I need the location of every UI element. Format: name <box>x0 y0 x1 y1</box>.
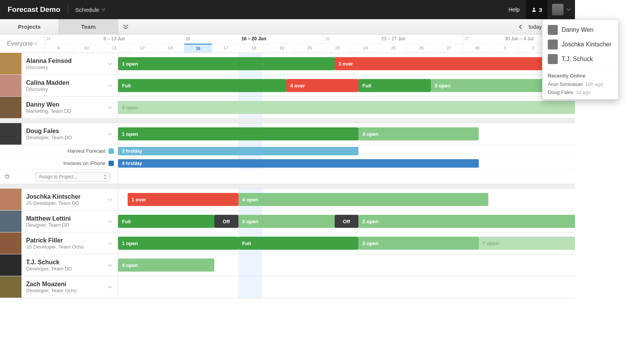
online-user-name: Joschka Kintscher <box>562 41 575 48</box>
chevron-down-icon[interactable] <box>108 286 118 288</box>
avatar <box>0 232 21 254</box>
day-header[interactable]: 24 <box>352 44 380 53</box>
allocation-bar[interactable]: 4 open <box>238 193 488 206</box>
person-row: T.J. SchuckDeveloper, Team DD4 open <box>0 254 575 276</box>
online-user-name: Danny Wen <box>562 26 575 33</box>
allocation-bar[interactable]: Off <box>335 215 359 228</box>
schedule-menu[interactable]: Schedule <box>68 7 112 13</box>
assignment-row: Invoices on iPhone4 hrs/day <box>0 157 575 170</box>
chevron-down-icon[interactable] <box>108 198 118 201</box>
chevron-down-icon[interactable] <box>108 264 118 267</box>
chevron-down-icon[interactable] <box>108 106 118 109</box>
day-header[interactable]: 30 <box>463 44 491 53</box>
day-header[interactable]: 9 <box>45 44 73 53</box>
online-user[interactable]: T.J. Schuck <box>542 52 575 66</box>
select-arrows-icon <box>104 175 107 179</box>
chevron-up-icon[interactable] <box>108 133 118 135</box>
filter-everyone[interactable]: Everyone <box>0 35 45 53</box>
avatar <box>0 123 21 145</box>
person-name: Joschka Kintscher <box>26 193 103 200</box>
avatar <box>548 54 558 64</box>
chevron-down-icon[interactable] <box>108 63 118 65</box>
day-header[interactable]: 10 <box>72 44 100 53</box>
chevron-down-icon[interactable] <box>108 220 118 223</box>
project-label: Harvest Forecast <box>67 148 105 154</box>
allocation-bar[interactable]: 2 open <box>358 215 575 228</box>
tab-projects[interactable]: Projects <box>0 19 59 34</box>
person-name: Danny Wen <box>26 101 103 108</box>
day-header[interactable]: 19 <box>268 44 296 53</box>
allocation-bar[interactable]: Full <box>118 215 214 228</box>
user-icon <box>531 7 537 12</box>
tab-team[interactable]: Team <box>59 19 118 34</box>
person-role: Discovery <box>26 86 103 92</box>
day-header[interactable]: 27 <box>435 44 463 53</box>
person-role: Developer, Team DD <box>26 266 103 272</box>
person-role: Developer, Team DD <box>26 135 103 140</box>
avatar <box>0 211 21 232</box>
week-header[interactable]: 249 – 13 Jun <box>45 35 184 43</box>
allocation-bar[interactable]: 3 open <box>358 237 479 250</box>
prev-week-button[interactable] <box>517 23 524 30</box>
recent-user: Doug Fales2d ago <box>542 88 575 96</box>
person-name: Alanna Feinsod <box>26 58 103 64</box>
online-count-button[interactable]: 3 <box>526 0 547 19</box>
avatar <box>552 4 564 15</box>
avatar <box>0 97 21 118</box>
allocation-bar[interactable]: 4 over <box>286 79 358 92</box>
chevron-down-icon[interactable] <box>108 242 118 245</box>
assignment-row: Harvest Forecast3 hrs/day <box>0 145 575 157</box>
person-row: Matthew LettiniDesigner, Team DDFullOff2… <box>0 211 575 232</box>
allocation-bar[interactable]: 2 open <box>238 215 335 228</box>
day-header[interactable]: 1 <box>491 44 519 53</box>
allocation-bar[interactable]: 1 open <box>118 127 358 140</box>
allocation-bar[interactable]: 3 over <box>335 57 575 70</box>
assign-project-select[interactable]: Assign to Project... <box>35 172 110 181</box>
allocation-bar[interactable]: 1 open <box>118 237 238 250</box>
allocation-bar[interactable]: Full <box>358 79 430 92</box>
allocation-bar[interactable]: 4 open <box>358 127 479 140</box>
person-name: Calina Madden <box>26 79 103 86</box>
assign-project-row: Assign to Project... <box>0 170 575 184</box>
day-header[interactable]: 25 <box>380 44 407 53</box>
day-header[interactable]: 17 <box>212 44 240 53</box>
day-header[interactable]: 13 <box>156 44 184 53</box>
today-button[interactable]: today <box>529 24 542 30</box>
allocation-bar[interactable]: 4 open <box>118 259 214 272</box>
allocation-bar[interactable]: Full <box>238 237 359 250</box>
allocation-bar[interactable]: 1 over <box>128 193 238 206</box>
help-link[interactable]: Help <box>503 7 526 13</box>
presence-dropdown: Danny WenJoschka KintscherT.J. SchuckRec… <box>542 19 575 100</box>
allocation-bar[interactable]: 3 hrs/day <box>118 147 358 155</box>
person-role: Developer, Team Ocho <box>26 288 103 293</box>
expand-all-icon[interactable] <box>123 24 129 30</box>
day-header[interactable]: 26 <box>407 44 435 53</box>
day-header[interactable]: 20 <box>296 44 324 53</box>
allocation-bar[interactable]: 7 open <box>479 237 575 250</box>
day-header[interactable]: 11 <box>100 44 128 53</box>
person-row: Patrick FillerJS Developer, Team Ocho1 o… <box>0 232 575 254</box>
allocation-bar[interactable]: Full <box>118 79 286 92</box>
allocation-bar[interactable]: 1 open <box>118 57 335 70</box>
gear-icon[interactable] <box>4 174 10 180</box>
online-count: 3 <box>539 7 542 13</box>
day-header[interactable]: 23 <box>324 44 352 53</box>
online-user[interactable]: Joschka Kintscher <box>542 37 575 52</box>
avatar <box>0 75 21 96</box>
online-user[interactable]: Danny Wen <box>542 23 575 37</box>
app-name: Forecast Demo <box>0 5 68 14</box>
week-header[interactable]: 2623 – 27 Jun <box>324 35 463 43</box>
recently-online-header: Recently Online <box>542 69 575 80</box>
person-name: Matthew Lettini <box>26 215 103 222</box>
allocation-bar[interactable]: 4 hrs/day <box>118 159 479 168</box>
current-user-menu[interactable] <box>547 4 575 15</box>
day-header[interactable]: 16 <box>184 44 212 53</box>
day-header[interactable]: 12 <box>128 44 156 53</box>
chevron-down-icon <box>567 8 570 11</box>
allocation-bar[interactable]: Off <box>214 215 238 228</box>
week-header[interactable]: 2516 – 20 Jun <box>184 35 324 43</box>
person-role: JS Developer, Team DD <box>26 200 103 206</box>
day-header[interactable]: 18 <box>240 44 268 53</box>
allocation-bar[interactable]: 6 open <box>118 101 575 114</box>
chevron-down-icon[interactable] <box>108 84 118 87</box>
